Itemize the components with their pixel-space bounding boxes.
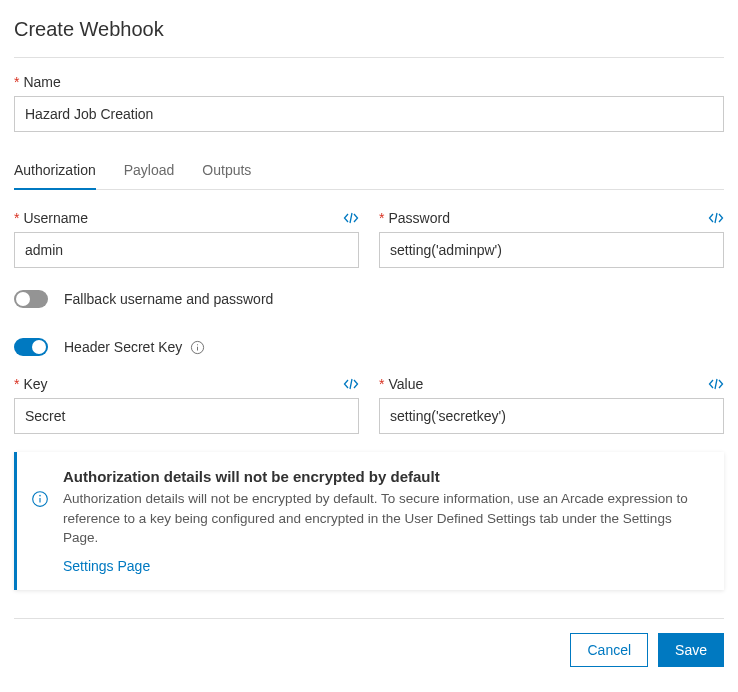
username-label-text: Username <box>23 210 88 226</box>
username-label: * Username <box>14 210 88 226</box>
fallback-toggle[interactable] <box>14 290 48 308</box>
tab-outputs[interactable]: Outputs <box>202 154 251 190</box>
username-input[interactable] <box>14 232 359 268</box>
name-input[interactable] <box>14 96 724 132</box>
header-secret-toggle-label: Header Secret Key <box>64 339 182 355</box>
value-input[interactable] <box>379 398 724 434</box>
encryption-notice: Authorization details will not be encryp… <box>14 452 724 590</box>
tab-payload[interactable]: Payload <box>124 154 175 190</box>
key-input[interactable] <box>14 398 359 434</box>
info-icon[interactable] <box>190 340 205 355</box>
value-label: * Value <box>379 376 423 392</box>
code-icon[interactable] <box>343 210 359 226</box>
required-asterisk: * <box>379 210 384 226</box>
settings-page-link[interactable]: Settings Page <box>63 558 150 574</box>
key-label: * Key <box>14 376 48 392</box>
code-icon[interactable] <box>708 210 724 226</box>
cancel-button[interactable]: Cancel <box>570 633 648 667</box>
svg-point-3 <box>39 495 41 497</box>
notice-title: Authorization details will not be encryp… <box>63 468 706 485</box>
save-button[interactable]: Save <box>658 633 724 667</box>
fallback-toggle-label: Fallback username and password <box>64 291 273 307</box>
notice-body: Authorization details will not be encryp… <box>63 489 706 548</box>
key-label-text: Key <box>23 376 47 392</box>
required-asterisk: * <box>14 74 19 90</box>
password-input[interactable] <box>379 232 724 268</box>
required-asterisk: * <box>14 210 19 226</box>
info-icon <box>31 490 49 511</box>
code-icon[interactable] <box>343 376 359 392</box>
divider <box>14 618 724 619</box>
footer: Cancel Save <box>14 618 724 667</box>
password-label: * Password <box>379 210 450 226</box>
svg-point-1 <box>197 344 198 345</box>
header-secret-toggle[interactable] <box>14 338 48 356</box>
value-label-text: Value <box>388 376 423 392</box>
tab-authorization[interactable]: Authorization <box>14 154 96 190</box>
code-icon[interactable] <box>708 376 724 392</box>
tabs: Authorization Payload Outputs <box>14 154 724 190</box>
required-asterisk: * <box>379 376 384 392</box>
name-label: * Name <box>14 58 724 96</box>
password-label-text: Password <box>388 210 449 226</box>
required-asterisk: * <box>14 376 19 392</box>
name-label-text: Name <box>23 74 60 90</box>
page-title: Create Webhook <box>14 18 724 57</box>
